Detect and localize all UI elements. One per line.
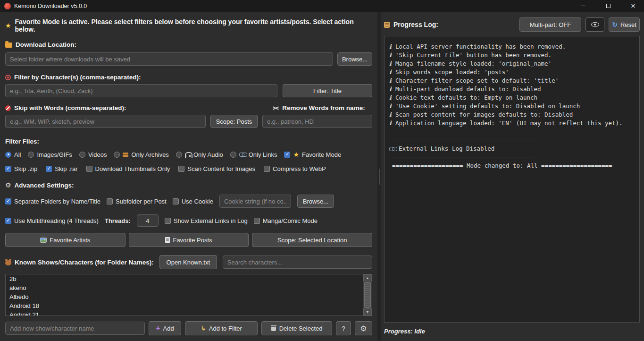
checkbox-label: Separate Folders by Name/Title [14,198,100,205]
checkbox-label: Scan Content for Images [187,165,255,172]
info-icon [389,85,393,94]
download-location-label: Download Location: [5,41,372,48]
maximize-button[interactable] [597,0,619,12]
radio-all[interactable]: All [5,151,21,158]
skip-words-input[interactable] [5,115,206,128]
browse-download-button[interactable]: Browse... [337,52,372,66]
log-text: Character filter scope set to default: '… [395,77,559,85]
close-button[interactable] [622,0,644,12]
filter-scope-button[interactable]: Filter: Title [283,84,372,97]
checkbox-subfolder-per-post[interactable]: Subfolder per Post [107,198,167,205]
checkbox-icon [165,218,171,224]
scrollbar-thumb[interactable] [364,282,371,308]
threads-label: Threads: [105,217,131,224]
add-button[interactable]: Add [149,321,182,335]
multipart-toggle-button[interactable]: Multi-part: OFF [519,17,581,32]
open-known-txt-button[interactable]: Open Known.txt [159,255,217,269]
checkbox-download-thumbnails[interactable]: Download Thumbnails Only [86,165,170,172]
folder-icon [5,43,12,48]
favorite-posts-button[interactable]: Favorite Posts [129,233,249,247]
scroll-up-button[interactable] [363,274,372,281]
favorite-artists-button[interactable]: Favorite Artists [5,233,125,247]
cookie-string-input[interactable] [219,195,291,208]
checkbox-skip-zip[interactable]: Skip .zip [5,165,37,172]
progress-log-label: Progress Log: [384,21,438,28]
info-icon [389,60,393,68]
radio-videos[interactable]: Videos [79,151,107,158]
skip-scope-button[interactable]: Scope: Posts [210,115,258,128]
browse-cookie-button[interactable]: Browse... [297,195,334,208]
add-to-filter-button[interactable]: Add to Filter [185,321,258,335]
help-button[interactable]: ? [336,321,351,335]
checkbox-label: Use Cookie [182,198,213,205]
image-icon [40,238,47,243]
settings-button[interactable] [355,321,372,335]
remove-words-input[interactable] [262,115,372,128]
settings-panel: Favorite Mode is active. Please select f… [0,12,377,341]
button-label: Scope: Selected Location [277,237,347,244]
radio-only-links[interactable]: Only Links [230,151,277,158]
document-icon [165,237,170,243]
archive-box-icon [123,153,128,157]
label-text: Filter Files: [5,138,39,145]
checkbox-icon [5,166,11,172]
checkbox-icon [5,218,11,224]
list-item[interactable]: Albedo [6,292,372,301]
checkbox-use-cookie[interactable]: Use Cookie [173,198,213,205]
radio-only-archives[interactable]: Only Archives [114,151,168,158]
threads-input[interactable] [137,214,159,227]
log-line: Application language loaded: 'EN' (UI ma… [389,119,635,128]
checkbox-manga-mode[interactable]: Manga/Comic Mode [254,217,318,224]
checkbox-icon [284,152,290,158]
add-character-input[interactable] [5,322,145,335]
log-text: Scan post content for images defaults to… [395,111,573,119]
radio-icon [230,152,236,158]
radio-label: Only Audio [193,151,223,158]
checkbox-multithreading[interactable]: Use Multithreading (4 Threads) [5,217,99,224]
checkbox-separate-folders[interactable]: Separate Folders by Name/Title [5,198,100,205]
character-list[interactable]: 2b akeno Albedo Android 18 Android 21 [5,274,372,316]
button-label: Add to Filter [209,325,242,332]
headphones-icon [185,152,191,157]
scroll-down-button[interactable] [363,308,372,315]
progress-log-output[interactable]: Local API server functionality has been … [384,36,640,323]
checkbox-show-external-links[interactable]: Show External Links in Log [165,217,248,224]
list-item[interactable]: Android 21 [6,310,372,316]
minimize-button[interactable] [572,0,594,12]
checkbox-favorite-mode[interactable]: Favorite Mode [284,151,341,158]
radio-images-gifs[interactable]: Images/GIFs [28,151,72,158]
search-characters-input[interactable] [223,256,372,269]
log-line: Cookie text defaults to: Empty on launch [389,94,635,102]
visibility-toggle-button[interactable] [585,17,604,32]
checkbox-icon [254,218,260,224]
action-buttons-row: Favorite Artists Favorite Posts Scope: S… [5,233,372,247]
log-scroll-icon [384,22,390,28]
skip-remove-labels-row: Skip with Words (comma-separated): Remov… [5,104,372,111]
panel-splitter[interactable] [377,12,381,341]
mascot-icon [5,260,11,265]
list-item[interactable]: 2b [6,274,372,283]
radio-only-audio[interactable]: Only Audio [176,151,223,158]
window-title: Kemono Downloader v5.0.0 [14,3,87,9]
list-item[interactable]: akeno [6,283,372,292]
gear-icon [5,181,11,189]
checkbox-compress-webp[interactable]: Compress to WebP [264,165,326,172]
favorite-mode-notice: Favorite Mode is active. Please select f… [5,18,372,33]
delete-selected-button[interactable]: Delete Selected [261,321,332,335]
character-filter-input[interactable] [5,84,277,97]
known-shows-row: Known Shows/Characters (for Folder Names… [5,255,372,269]
info-icon [389,102,393,111]
info-icon [389,94,393,102]
maximize-icon [606,4,611,8]
list-item[interactable]: Android 18 [6,301,372,310]
reset-button[interactable]: Reset [609,17,640,32]
checkbox-scan-content[interactable]: Scan Content for Images [178,165,255,172]
character-filter-row: Filter: Title [5,84,372,97]
button-label: Reset [620,21,636,28]
info-icon [389,77,393,85]
scope-selected-location-button[interactable]: Scope: Selected Location [252,233,372,247]
checkbox-skip-rar[interactable]: Skip .rar [46,165,77,172]
download-location-input[interactable] [5,52,333,66]
list-scrollbar[interactable] [363,274,372,315]
radio-label: Only Links [249,151,277,158]
